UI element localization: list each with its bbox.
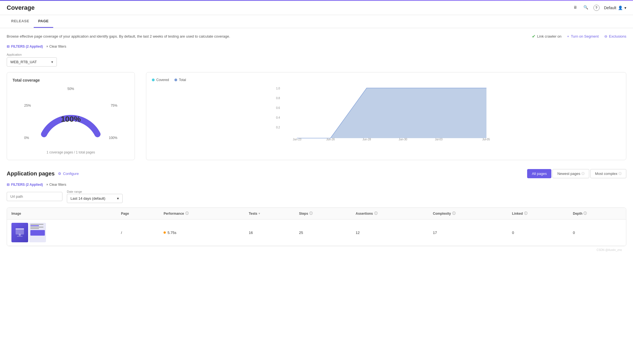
complexity-info-icon: ⓘ (452, 211, 456, 216)
check-circle-icon: ✔ (532, 34, 535, 39)
thumbnail-main (11, 223, 28, 242)
line-chart-card: Covered Total 1.0 0.8 0.6 0.4 0.2 (146, 72, 626, 160)
td-steps: 25 (294, 219, 351, 246)
top-clear-filters-label: Clear filters (49, 45, 66, 48)
exclusions-label: Exclusions (609, 34, 626, 38)
date-range-arrow-icon: ▾ (117, 196, 119, 201)
gear-icon: ⚙ (58, 172, 61, 176)
td-image (7, 219, 116, 246)
chart-legend: Covered Total (152, 78, 620, 82)
top-bar: Coverage 🖥 🔍 ? Default 👤 ▾ (0, 1, 633, 15)
svg-text:Jun-28: Jun-28 (362, 138, 371, 141)
app-pages-title: Application pages (7, 170, 55, 177)
minus-circle-icon: ⊖ (604, 34, 607, 38)
search-icon[interactable]: 🔍 (583, 5, 589, 11)
tab-most-complex[interactable]: Most complex ⓘ (590, 169, 626, 178)
gauge-center-value: 100% (61, 115, 81, 124)
top-filters-toggle[interactable]: ⊟ FILTERS (2 Applied) (7, 45, 43, 48)
app-pages-clear-filters-button[interactable]: × Clear filters (46, 183, 66, 187)
monitor-icon[interactable]: 🖥 (573, 5, 579, 11)
th-complexity: Complexity ⓘ (429, 208, 508, 219)
pages-table: Image Page Performance ⓘ Tests ▾ (7, 207, 626, 246)
app-dropdown-wrapper: Application WEB_RTB_UAT ▾ (7, 53, 57, 67)
date-range-select[interactable]: Last 14 days (default) ▾ (67, 194, 123, 203)
desc-actions: ✔ Link crawler on + Turn on Segment ⊖ Ex… (532, 34, 626, 39)
link-crawler-status: ✔ Link crawler on (532, 34, 561, 39)
gauge-label-100: 100% (109, 136, 118, 140)
top-bar-right: 🖥 🔍 ? Default 👤 ▾ (573, 5, 626, 11)
plus-icon: + (567, 34, 569, 38)
configure-label: Configure (63, 172, 79, 176)
exclusions-button[interactable]: ⊖ Exclusions (604, 34, 626, 38)
newest-pages-label: Newest pages (557, 172, 580, 176)
td-page: / (116, 219, 159, 246)
th-image: Image (7, 208, 116, 219)
assertions-info-icon: ⓘ (374, 211, 378, 216)
tab-all-pages[interactable]: All pages (527, 169, 551, 178)
svg-text:0.8: 0.8 (276, 97, 280, 100)
tab-release[interactable]: RELEASE (7, 15, 34, 28)
chart-area (297, 88, 486, 138)
th-linked: Linked ⓘ (508, 208, 568, 219)
legend-covered: Covered (152, 78, 169, 82)
perf-value: 5.75s (167, 231, 176, 235)
tab-newest-pages[interactable]: Newest pages ⓘ (552, 169, 589, 178)
watermark: CSDN @Austin_zno (7, 246, 626, 254)
top-filters-label: FILTERS (2 Applied) (11, 45, 43, 48)
app-pages-filters-toggle[interactable]: ⊟ FILTERS (2 Applied) (7, 183, 43, 187)
th-steps: Steps ⓘ (294, 208, 351, 219)
table-header-row: Image Page Performance ⓘ Tests ▾ (7, 208, 626, 219)
pages-table-element: Image Page Performance ⓘ Tests ▾ (7, 208, 626, 246)
thumb-svg (14, 227, 25, 238)
help-icon[interactable]: ? (593, 5, 600, 11)
gauge-container: 50% 25% 75% 0% 100% 100% (13, 87, 129, 148)
svg-rect-14 (17, 236, 23, 237)
filter-icon: ⊟ (7, 45, 9, 48)
svg-text:Jul-03: Jul-03 (435, 138, 443, 141)
date-range-value: Last 14 days (default) (70, 196, 105, 201)
steps-info-icon: ⓘ (309, 211, 313, 216)
td-complexity: 17 (429, 219, 508, 246)
clear2-x-icon: × (46, 183, 48, 187)
th-assertions: Assertions ⓘ (351, 208, 429, 219)
th-tests[interactable]: Tests ▾ (244, 208, 294, 219)
td-performance: 5.75s (159, 219, 244, 246)
top-filters-bar: ⊟ FILTERS (2 Applied) × Clear filters (7, 45, 626, 48)
svg-rect-12 (16, 228, 24, 229)
app-pages-filters-label: FILTERS (2 Applied) (11, 183, 43, 187)
gauge-label-0: 0% (24, 136, 29, 140)
table-row: / 5.75s 16 25 12 17 0 0 (7, 219, 626, 246)
turn-on-segment-button[interactable]: + Turn on Segment (567, 34, 599, 38)
svg-text:Jul-05: Jul-05 (482, 138, 490, 141)
covered-label: Covered (156, 78, 169, 82)
user-label: Default (604, 6, 616, 10)
configure-button[interactable]: ⚙ Configure (58, 172, 79, 176)
user-menu[interactable]: Default 👤 ▾ (604, 6, 626, 10)
depth-info-icon: ⓘ (583, 211, 587, 216)
area-chart-svg: 1.0 0.8 0.6 0.4 0.2 Jun-23 Jun-26 Jun-28… (152, 85, 620, 141)
main-content: Browse effective page coverage of your a… (0, 28, 633, 259)
tab-page[interactable]: PAGE (34, 15, 53, 28)
gauge-label-75: 75% (111, 104, 117, 108)
link-crawler-label: Link crawler on (537, 34, 561, 38)
page-thumbnails (11, 223, 112, 242)
filters-row2: Date range Last 14 days (default) ▾ (7, 190, 626, 203)
th-page: Page (116, 208, 159, 219)
url-path-input[interactable] (7, 192, 62, 201)
top-clear-filters-button[interactable]: × Clear filters (46, 45, 66, 48)
top-clear-x-icon: × (46, 45, 48, 48)
svg-text:Jun-26: Jun-26 (326, 138, 335, 141)
svg-text:Jun-30: Jun-30 (399, 138, 407, 141)
app-dropdown-value: WEB_RTB_UAT (10, 60, 37, 64)
complex-info-icon: ⓘ (619, 172, 622, 176)
td-assertions: 12 (351, 219, 429, 246)
filter2-icon: ⊟ (7, 183, 9, 187)
td-tests: 16 (244, 219, 294, 246)
app-dropdown-label: Application (7, 53, 57, 56)
th-performance: Performance ⓘ (159, 208, 244, 219)
all-pages-label: All pages (532, 172, 547, 176)
coverage-section: Total coverage 50% 25% 75% 0% 100% 100% … (7, 72, 626, 160)
gauge-label-50: 50% (67, 87, 74, 91)
performance-info-icon: ⓘ (185, 211, 189, 216)
app-dropdown[interactable]: WEB_RTB_UAT ▾ (7, 57, 57, 67)
